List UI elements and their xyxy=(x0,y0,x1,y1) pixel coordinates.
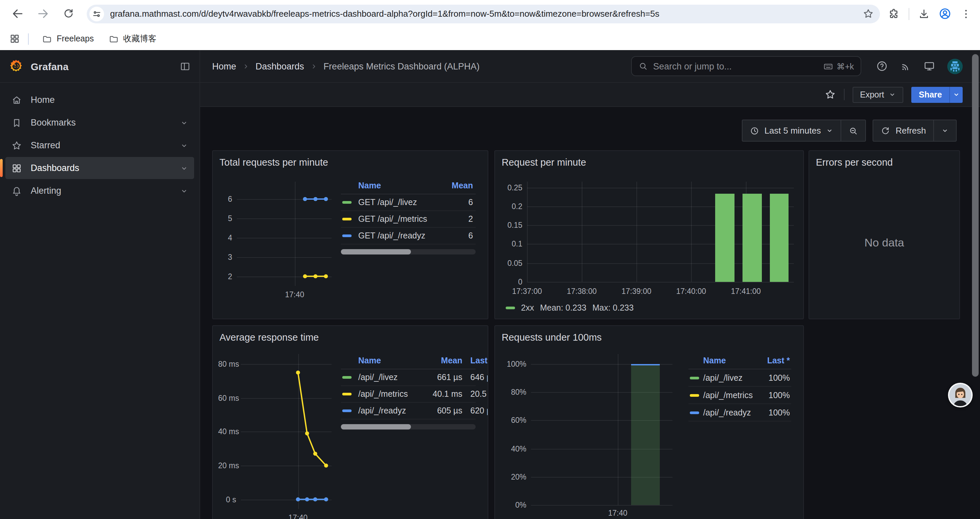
series-value: 2 xyxy=(341,214,473,224)
bookmark-label: Freeleaps xyxy=(57,34,94,43)
export-button[interactable]: Export xyxy=(853,86,903,102)
series-value: 620 µs xyxy=(470,406,488,415)
folder-icon xyxy=(42,34,52,44)
profile-button[interactable] xyxy=(939,7,951,20)
news-rss-button[interactable] xyxy=(900,61,911,72)
legend-column-header[interactable]: Last * xyxy=(470,356,488,366)
series-name[interactable]: 2xx xyxy=(521,303,534,313)
chevron-right-icon xyxy=(242,62,250,70)
share-dropdown-button[interactable] xyxy=(949,86,963,102)
chevron-right-icon xyxy=(310,62,318,70)
apps-grid-button[interactable] xyxy=(10,34,20,44)
search-input[interactable]: Search or jump to... ⌘+k xyxy=(631,56,861,76)
screen: grafana.mathmast.com/d/deytv4rwavabkb/fr… xyxy=(0,0,980,519)
sidebar-item-home[interactable]: Home xyxy=(5,89,194,111)
x-axis-label: 17:41:00 xyxy=(731,287,761,295)
share-button[interactable]: Share xyxy=(912,86,950,102)
sidebar-item-dashboards[interactable]: Dashboards xyxy=(5,157,194,179)
bookmark-item[interactable]: 收藏博客 xyxy=(103,30,162,47)
browser-actions xyxy=(888,7,972,20)
favorite-star-button[interactable] xyxy=(824,89,836,100)
series-value: 20.5 ms xyxy=(470,390,488,399)
bar-chart: 00.050.10.150.20.2517:37:0017:38:0017:39… xyxy=(500,174,797,305)
sidebar-item-starred[interactable]: Starred xyxy=(5,134,194,156)
legend-row[interactable]: /api/_/metrics40.1 ms20.5 ms xyxy=(341,386,476,403)
panel-title[interactable]: Errors per second xyxy=(816,156,893,169)
gridline xyxy=(618,354,619,505)
y-axis-label: 4 xyxy=(218,234,232,242)
y-axis-label: 0% xyxy=(500,501,527,509)
forward-button[interactable] xyxy=(33,4,52,23)
page-scrollbar[interactable] xyxy=(972,54,978,377)
chevron-down-icon[interactable] xyxy=(180,187,188,195)
legend-row[interactable]: GET /api/_/livez6 xyxy=(341,194,476,211)
legend-header: NameMean xyxy=(341,178,476,194)
legend-row[interactable]: /api/_/livez100% xyxy=(689,369,791,387)
refresh-group: Refresh xyxy=(873,120,957,142)
series-value: 100% xyxy=(689,390,790,400)
chevron-down-icon[interactable] xyxy=(180,118,188,126)
browser-toolbar: grafana.mathmast.com/d/deytv4rwavabkb/fr… xyxy=(0,0,980,27)
sidebar-item-label: Dashboards xyxy=(31,163,80,173)
reload-button[interactable] xyxy=(59,4,77,23)
grafana-logo[interactable] xyxy=(9,59,23,73)
legend-scrollbar-thumb[interactable] xyxy=(341,249,411,254)
legend-scrollbar-thumb[interactable] xyxy=(341,424,411,430)
sidebar-item-alerting[interactable]: Alerting xyxy=(5,180,194,202)
zoom-out-button[interactable] xyxy=(842,120,865,141)
y-axis-label: 100% xyxy=(500,360,527,368)
legend-item[interactable]: 2xxMean: 0.233Max: 0.233 xyxy=(506,303,634,313)
sidebar-item-bookmarks[interactable]: Bookmarks xyxy=(5,112,194,134)
panel-title[interactable]: Requests under 100ms xyxy=(502,331,602,344)
legend-column-header[interactable]: Last * xyxy=(689,356,790,366)
panel-title[interactable]: Request per minute xyxy=(502,156,586,169)
url-bar[interactable]: grafana.mathmast.com/d/deytv4rwavabkb/fr… xyxy=(87,4,880,23)
legend-row[interactable]: /api/_/readyz605 µs620 µs xyxy=(341,403,476,420)
bookmark-item[interactable]: Freeleaps xyxy=(37,31,99,46)
chevron-down-icon[interactable] xyxy=(180,141,188,149)
refresh-interval-button[interactable] xyxy=(934,120,956,141)
clock-icon xyxy=(750,126,759,135)
legend-column-header[interactable]: Mean xyxy=(341,181,473,190)
bookmark-icon xyxy=(11,117,22,128)
legend-row[interactable]: GET /api/_/metrics2 xyxy=(341,211,476,228)
panel-total-requests-per-minute: Total requests per minute6543217:40NameM… xyxy=(212,150,488,319)
area-chart: 0%20%40%60%80%100%17:40 xyxy=(500,349,681,513)
breadcrumb-item: Freeleaps Metrics Dashboard (ALPHA) xyxy=(323,61,480,71)
y-axis-label: 0 xyxy=(500,278,522,286)
bookmark-star-button[interactable] xyxy=(862,8,874,19)
chevron-down-icon[interactable] xyxy=(180,164,188,172)
legend-row[interactable]: /api/_/readyz100% xyxy=(689,404,791,422)
legend-header: NameMeanLast * xyxy=(341,353,476,369)
monitor-button[interactable] xyxy=(923,60,935,72)
legend-row[interactable]: GET /api/_/readyz6 xyxy=(341,228,476,244)
floating-assistant-avatar[interactable] xyxy=(948,383,973,407)
gridline xyxy=(582,182,582,282)
site-settings-button[interactable] xyxy=(89,6,104,21)
sidebar-item-label: Bookmarks xyxy=(31,118,76,128)
legend-row[interactable]: /api/_/metrics100% xyxy=(689,387,791,404)
sidebar-toggle-button[interactable] xyxy=(180,61,191,72)
brand-title: Grafana xyxy=(31,61,68,72)
time-range-button[interactable]: Last 5 minutes xyxy=(743,120,841,141)
panel-title[interactable]: Average response time xyxy=(220,331,319,344)
extensions-button[interactable] xyxy=(888,8,900,20)
series-color-swatch xyxy=(506,307,515,309)
keyboard-icon xyxy=(823,61,833,71)
area-fill xyxy=(631,364,660,505)
back-button[interactable] xyxy=(8,4,27,23)
help-button[interactable] xyxy=(876,60,888,72)
sidebar: Grafana HomeBookmarksStarredDashboardsAl… xyxy=(0,50,200,519)
folder-icon xyxy=(108,34,118,44)
legend-column-header[interactable]: Mean xyxy=(341,356,462,366)
legend-row[interactable]: /api/_/livez661 µs646 µs xyxy=(341,369,476,386)
breadcrumb-item[interactable]: Home xyxy=(212,61,236,71)
time-range-group: Last 5 minutes xyxy=(742,120,866,142)
refresh-button[interactable]: Refresh xyxy=(873,120,933,141)
breadcrumb-item[interactable]: Dashboards xyxy=(256,61,304,71)
downloads-button[interactable] xyxy=(918,8,930,20)
gridline xyxy=(691,182,692,282)
user-avatar[interactable] xyxy=(947,58,963,74)
browser-menu-button[interactable] xyxy=(960,8,972,20)
panel-title[interactable]: Total requests per minute xyxy=(220,156,328,169)
